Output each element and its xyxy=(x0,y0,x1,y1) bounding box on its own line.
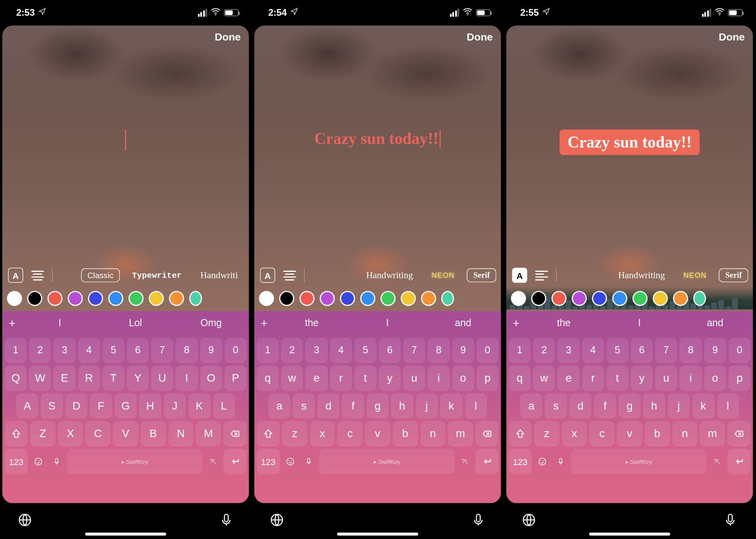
key-z[interactable]: z xyxy=(534,421,559,447)
suggestion-3[interactable]: Omg xyxy=(173,317,249,329)
key-x[interactable]: x xyxy=(310,421,335,447)
key-g[interactable]: g xyxy=(367,393,389,419)
text-caret[interactable] xyxy=(125,129,126,150)
key-W[interactable]: W xyxy=(29,365,51,391)
text-background-toggle[interactable]: A xyxy=(8,268,23,283)
key-q[interactable]: q xyxy=(257,365,279,391)
key-j[interactable]: j xyxy=(415,393,438,419)
color-picker[interactable] xyxy=(254,288,501,309)
key-o[interactable]: o xyxy=(704,365,726,391)
key-q[interactable]: q xyxy=(509,365,531,391)
key-v[interactable]: v xyxy=(617,421,642,447)
shift-key[interactable] xyxy=(5,421,28,447)
story-canvas[interactable]: Done Crazy sun today!! A HandwritingNEON… xyxy=(254,26,501,503)
color-swatch[interactable] xyxy=(441,291,454,306)
key-u[interactable]: u xyxy=(655,365,677,391)
color-swatch[interactable] xyxy=(68,291,83,306)
key-4[interactable]: 4 xyxy=(582,338,604,363)
key-Y[interactable]: Y xyxy=(127,365,149,391)
suggestion-1[interactable]: the xyxy=(526,317,602,329)
key-6[interactable]: 6 xyxy=(379,338,401,363)
key-n[interactable]: n xyxy=(672,421,697,447)
key-j[interactable]: j xyxy=(667,393,690,419)
key-J[interactable]: J xyxy=(163,393,186,419)
suggestion-2[interactable]: Lol xyxy=(98,317,173,329)
mic-key[interactable] xyxy=(300,449,317,474)
backspace-key[interactable] xyxy=(223,421,246,447)
home-indicator[interactable] xyxy=(85,533,166,535)
key-3[interactable]: 3 xyxy=(306,338,328,363)
suggestion-3[interactable]: and xyxy=(425,317,501,329)
color-swatch[interactable] xyxy=(340,291,355,306)
key-2[interactable]: 2 xyxy=(281,338,303,363)
key-1[interactable]: 1 xyxy=(509,338,531,363)
font-serif[interactable]: Serif xyxy=(467,268,497,282)
globe-icon[interactable] xyxy=(521,512,536,530)
key-z[interactable]: z xyxy=(282,421,307,447)
key-G[interactable]: G xyxy=(115,393,137,419)
color-swatch[interactable] xyxy=(48,291,63,306)
color-swatch[interactable] xyxy=(632,291,647,306)
key-m[interactable]: m xyxy=(700,421,725,447)
font-handwriting[interactable]: Handwriting xyxy=(612,268,671,283)
done-button[interactable]: Done xyxy=(719,31,745,43)
symbols-key[interactable]: ?!, xyxy=(709,449,725,474)
key-F[interactable]: F xyxy=(90,393,112,419)
font-neon[interactable]: NEON xyxy=(425,269,461,282)
home-indicator[interactable] xyxy=(337,533,418,535)
align-toggle[interactable] xyxy=(535,270,548,280)
color-swatch[interactable] xyxy=(320,291,335,306)
key-w[interactable]: w xyxy=(281,365,303,391)
done-button[interactable]: Done xyxy=(215,31,241,43)
suggestion-plus[interactable]: + xyxy=(2,317,22,330)
key-8[interactable]: 8 xyxy=(428,338,450,363)
key-0[interactable]: 0 xyxy=(476,338,498,363)
key-u[interactable]: u xyxy=(403,365,425,391)
key-K[interactable]: K xyxy=(188,393,211,419)
key-2[interactable]: 2 xyxy=(29,338,51,363)
key-7[interactable]: 7 xyxy=(655,338,677,363)
suggestion-plus[interactable]: + xyxy=(254,317,274,330)
color-swatch[interactable] xyxy=(300,291,315,306)
key-9[interactable]: 9 xyxy=(452,338,474,363)
color-swatch[interactable] xyxy=(360,291,375,306)
key-Z[interactable]: Z xyxy=(30,421,55,447)
color-swatch[interactable] xyxy=(421,291,436,306)
key-T[interactable]: T xyxy=(102,365,124,391)
color-swatch[interactable] xyxy=(653,291,668,306)
key-d[interactable]: d xyxy=(569,393,592,419)
backspace-key[interactable] xyxy=(475,421,498,447)
key-E[interactable]: E xyxy=(54,365,76,391)
key-P[interactable]: P xyxy=(224,365,246,391)
color-swatch[interactable] xyxy=(88,291,103,306)
key-8[interactable]: 8 xyxy=(680,338,702,363)
key-3[interactable]: 3 xyxy=(558,338,580,363)
font-typewriter[interactable]: Typewriter xyxy=(126,268,188,282)
color-swatch[interactable] xyxy=(7,291,22,306)
color-swatch[interactable] xyxy=(380,291,395,306)
key-r[interactable]: r xyxy=(330,365,352,391)
key-M[interactable]: M xyxy=(196,421,221,447)
key-R[interactable]: R xyxy=(78,365,100,391)
numeric-toggle-key[interactable]: 123 xyxy=(509,449,532,474)
key-7[interactable]: 7 xyxy=(151,338,173,363)
numeric-toggle-key[interactable]: 123 xyxy=(5,449,28,474)
key-f[interactable]: f xyxy=(594,393,616,419)
globe-icon[interactable] xyxy=(17,512,32,530)
key-o[interactable]: o xyxy=(452,365,474,391)
text-area[interactable]: Crazy sun today!! xyxy=(254,129,501,148)
story-canvas[interactable]: Done A ClassicTypewriterHandwriti + I Lo… xyxy=(2,26,249,503)
dictation-icon[interactable] xyxy=(723,512,738,530)
color-swatch[interactable] xyxy=(108,291,123,306)
font-serif[interactable]: Serif xyxy=(719,268,749,282)
key-1[interactable]: 1 xyxy=(5,338,27,363)
key-s[interactable]: s xyxy=(545,393,567,419)
key-C[interactable]: C xyxy=(85,421,111,447)
suggestion-plus[interactable]: + xyxy=(506,317,526,330)
key-5[interactable]: 5 xyxy=(606,338,628,363)
key-3[interactable]: 3 xyxy=(54,338,76,363)
story-text[interactable]: Crazy sun today!! xyxy=(560,129,700,155)
key-0[interactable]: 0 xyxy=(224,338,246,363)
color-swatch[interactable] xyxy=(128,291,143,306)
symbols-key[interactable]: ?!, xyxy=(457,449,473,474)
